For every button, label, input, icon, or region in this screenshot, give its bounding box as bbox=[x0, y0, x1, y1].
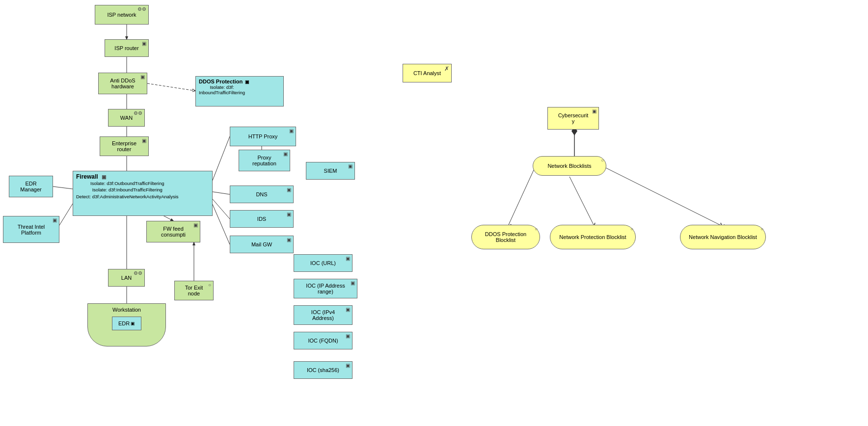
isp-network-icon: ⚙⚙ bbox=[137, 6, 146, 12]
edr-manager-label: EDRManager bbox=[20, 181, 41, 192]
network-blocklists-label: Network Blocklists bbox=[547, 163, 591, 169]
ioc-url-node: IOC (URL) ▣ bbox=[294, 254, 353, 272]
cti-analyst-label: CTI Analyst bbox=[413, 70, 441, 76]
tor-exit-label: Tor Exitnode bbox=[185, 285, 203, 296]
anti-ddos-label: Anti DDoShardware bbox=[110, 78, 135, 89]
proxy-reputation-label: Proxyreputation bbox=[252, 155, 276, 166]
ddos-protection-blocklist-node: DDOS ProtectionBlocklist ○ bbox=[471, 225, 540, 249]
isp-router-node: ISP router ▣ bbox=[105, 39, 149, 57]
ioc-url-label: IOC (URL) bbox=[310, 260, 336, 266]
isp-router-icon: ▣ bbox=[142, 41, 146, 46]
svg-line-7 bbox=[210, 191, 230, 194]
threat-intel-icon: ▣ bbox=[53, 217, 57, 223]
network-navigation-blocklist-icon: ○ bbox=[760, 226, 763, 232]
anti-ddos-icon: ▣ bbox=[140, 74, 145, 80]
cti-analyst-icon: ✗ bbox=[444, 65, 449, 72]
lan-label: LAN bbox=[121, 275, 132, 281]
ioc-ipv4-label: IOC (IPv4Address) bbox=[311, 309, 335, 321]
svg-line-3 bbox=[147, 83, 195, 91]
edr-label: EDR bbox=[118, 320, 130, 326]
network-navigation-blocklist-node: Network Navigation Blocklist ○ bbox=[680, 225, 766, 249]
ddos-protection-blocklist-icon: ○ bbox=[535, 226, 538, 232]
isp-router-label: ISP router bbox=[114, 45, 138, 51]
cybersecurity-node: Cybersecurity ▣ bbox=[547, 107, 599, 130]
svg-line-19 bbox=[508, 167, 535, 226]
wan-icon: ⚙⚙ bbox=[134, 110, 142, 116]
tor-exit-node: Tor Exitnode ○ bbox=[174, 281, 214, 300]
ioc-fqdn-label: IOC (FQDN) bbox=[308, 338, 338, 344]
ddos-protection-node: DDOS Protection ▣ Isolate: d3f:InboundTr… bbox=[195, 76, 284, 106]
edr-node: EDR ▣ bbox=[112, 317, 141, 330]
dns-node: DNS ▣ bbox=[230, 186, 294, 203]
proxy-reputation-icon: ▣ bbox=[283, 151, 288, 157]
ioc-ip-range-node: IOC (IP Addressrange) ▣ bbox=[294, 279, 357, 298]
siem-label: SIEM bbox=[324, 168, 337, 174]
fw-feed-label: FW feedconsumpti bbox=[161, 226, 186, 238]
enterprise-router-label: Enterpriserouter bbox=[112, 140, 136, 152]
ioc-ip-range-label: IOC (IP Addressrange) bbox=[306, 283, 345, 294]
anti-ddos-node: Anti DDoShardware ▣ bbox=[98, 73, 147, 94]
ioc-ipv4-icon: ▣ bbox=[346, 307, 350, 312]
fw-feed-icon: ▣ bbox=[193, 222, 198, 228]
ddos-protection-blocklist-label: DDOS ProtectionBlocklist bbox=[485, 231, 526, 243]
http-proxy-label: HTTP Proxy bbox=[248, 133, 278, 139]
http-proxy-icon: ▣ bbox=[289, 128, 294, 133]
svg-line-6 bbox=[210, 136, 230, 186]
mail-gw-node: Mail GW ▣ bbox=[230, 236, 294, 253]
mail-gw-icon: ▣ bbox=[287, 237, 291, 242]
isp-network-node: ISP network ⚙⚙ bbox=[95, 5, 149, 25]
fw-feed-node: FW feedconsumpti ▣ bbox=[146, 221, 200, 242]
ids-node: IDS ▣ bbox=[230, 210, 294, 228]
ddos-protection-label: DDOS Protection ▣ bbox=[199, 79, 249, 84]
lan-node: LAN ⚙⚙ bbox=[108, 269, 145, 287]
ioc-fqdn-icon: ▣ bbox=[346, 333, 350, 339]
lan-icon: ⚙⚙ bbox=[134, 270, 142, 276]
svg-line-9 bbox=[210, 199, 230, 244]
wan-label: WAN bbox=[120, 115, 133, 121]
diagram-canvas: ISP network ⚙⚙ ISP router ▣ Anti DDoShar… bbox=[0, 0, 868, 426]
network-blocklists-node: Network Blocklists ○ bbox=[533, 156, 606, 176]
network-navigation-blocklist-label: Network Navigation Blocklist bbox=[689, 234, 757, 240]
svg-line-20 bbox=[570, 177, 594, 226]
network-protection-blocklist-icon: ○ bbox=[630, 226, 633, 232]
ddos-protection-detail: Isolate: d3f:InboundTrafficFiltering bbox=[199, 84, 245, 95]
svg-line-21 bbox=[604, 167, 722, 226]
ioc-ip-range-icon: ▣ bbox=[351, 280, 355, 286]
firewall-node: Firewall ▣ Isolate: d3f:OutboundTrafficF… bbox=[73, 171, 213, 216]
ioc-fqdn-node: IOC (FQDN) ▣ bbox=[294, 332, 353, 349]
ids-label: IDS bbox=[257, 216, 266, 222]
cybersecurity-icon: ▣ bbox=[592, 108, 597, 114]
edr-manager-node: EDRManager bbox=[9, 176, 53, 197]
ids-icon: ▣ bbox=[287, 212, 291, 217]
siem-icon: ▣ bbox=[348, 163, 353, 169]
dns-label: DNS bbox=[256, 191, 267, 197]
enterprise-router-node: Enterpriserouter ▣ bbox=[100, 136, 149, 156]
ioc-sha256-label: IOC (sha256) bbox=[307, 367, 339, 373]
cti-analyst-node: CTI Analyst ✗ bbox=[403, 64, 452, 82]
enterprise-router-icon: ▣ bbox=[142, 138, 146, 143]
svg-line-14 bbox=[53, 186, 73, 189]
siem-node: SIEM ▣ bbox=[306, 162, 355, 180]
ioc-ipv4-node: IOC (IPv4Address) ▣ bbox=[294, 305, 353, 325]
firewall-label: Firewall ▣ bbox=[76, 173, 106, 180]
network-protection-blocklist-label: Network Protection Blocklist bbox=[559, 234, 626, 240]
wan-node: WAN ⚙⚙ bbox=[108, 109, 145, 127]
isp-network-label: ISP network bbox=[107, 12, 136, 18]
dns-icon: ▣ bbox=[287, 187, 291, 192]
proxy-reputation-node: Proxyreputation ▣ bbox=[239, 150, 290, 171]
ioc-sha256-node: IOC (sha256) ▣ bbox=[294, 361, 353, 379]
ioc-sha256-icon: ▣ bbox=[346, 363, 350, 368]
edr-icon: ▣ bbox=[131, 321, 135, 326]
ddos-protection-icon: ▣ bbox=[245, 80, 249, 84]
svg-line-8 bbox=[210, 196, 230, 219]
network-blocklists-icon: ○ bbox=[601, 158, 604, 163]
firewall-icon: ▣ bbox=[102, 174, 106, 180]
mail-gw-label: Mail GW bbox=[251, 241, 272, 247]
threat-intel-label: Threat IntelPlatform bbox=[18, 224, 45, 236]
workstation-node: Workstation EDR ▣ bbox=[87, 303, 166, 346]
tor-exit-icon: ○ bbox=[208, 282, 211, 288]
firewall-details: Isolate: d3f:OutboundTrafficFiltering Is… bbox=[76, 180, 179, 200]
http-proxy-node: HTTP Proxy ▣ bbox=[230, 127, 296, 146]
ioc-url-icon: ▣ bbox=[346, 256, 350, 261]
cybersecurity-label: Cybersecurity bbox=[558, 112, 589, 124]
